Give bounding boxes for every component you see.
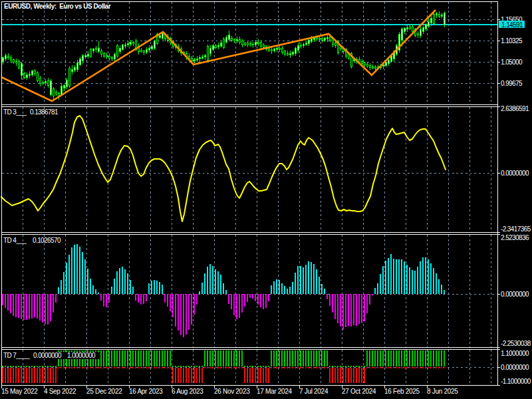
svg-text:6 Aug 2023: 6 Aug 2023 bbox=[172, 388, 203, 395]
svg-text:2.6386591: 2.6386591 bbox=[501, 105, 529, 112]
svg-text:0.1026570: 0.1026570 bbox=[33, 237, 61, 244]
svg-text:16 Feb 2025: 16 Feb 2025 bbox=[384, 388, 420, 395]
svg-text:26 Nov 2023: 26 Nov 2023 bbox=[214, 388, 250, 395]
svg-text:16 Apr 2023: 16 Apr 2023 bbox=[129, 388, 163, 395]
svg-text:0.0000000: 0.0000000 bbox=[501, 291, 529, 298]
svg-text:1.1000000: 1.1000000 bbox=[501, 350, 529, 357]
svg-text:0.0000000: 0.0000000 bbox=[501, 364, 529, 371]
svg-text:15 May 2022: 15 May 2022 bbox=[1, 388, 38, 395]
svg-text:2.5230836: 2.5230836 bbox=[501, 234, 529, 241]
svg-text:TD 3___: TD 3___ bbox=[3, 108, 27, 116]
svg-text:8 Jun 2025: 8 Jun 2025 bbox=[427, 388, 458, 395]
svg-text:1.0000000: 1.0000000 bbox=[67, 352, 96, 359]
svg-text:EURUSD, Weekly: Euro vs US Do: EURUSD, Weekly: Euro vs US Dollar bbox=[4, 3, 111, 10]
svg-text:17 Mar 2024: 17 Mar 2024 bbox=[257, 388, 293, 395]
svg-text:TD 4___: TD 4___ bbox=[3, 237, 27, 244]
svg-text:0.0000000: 0.0000000 bbox=[33, 352, 62, 359]
svg-text:7 Jul 2024: 7 Jul 2024 bbox=[299, 388, 329, 395]
svg-text:27 Oct 2024: 27 Oct 2024 bbox=[342, 388, 376, 395]
svg-text:1.10325: 1.10325 bbox=[501, 37, 523, 45]
svg-text:-2.2530038: -2.2530038 bbox=[501, 340, 531, 347]
svg-text:-2.3417365: -2.3417365 bbox=[501, 225, 531, 233]
svg-text:0.0000000: 0.0000000 bbox=[501, 170, 529, 177]
svg-text:25 Dec 2022: 25 Dec 2022 bbox=[86, 388, 122, 395]
svg-text:1.05000: 1.05000 bbox=[501, 59, 523, 66]
svg-text:0.1386781: 0.1386781 bbox=[30, 108, 59, 116]
svg-text:0.99675: 0.99675 bbox=[501, 80, 523, 87]
svg-text:-1.1000000: -1.1000000 bbox=[501, 378, 531, 385]
svg-text:TD 7____: TD 7____ bbox=[3, 352, 30, 359]
svg-text:4 Sep 2022: 4 Sep 2022 bbox=[44, 388, 76, 395]
svg-text:1.14591: 1.14591 bbox=[501, 21, 523, 29]
